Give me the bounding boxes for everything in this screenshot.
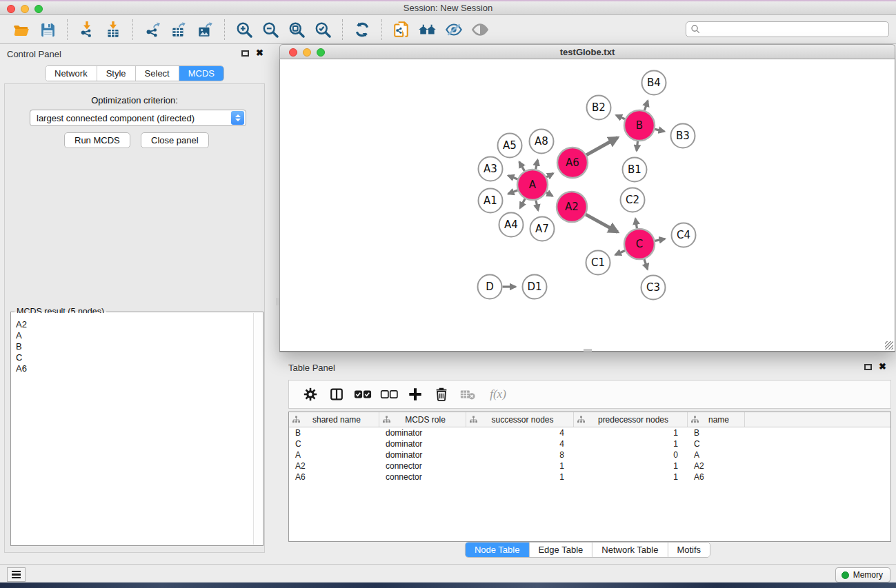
result-scrollbar[interactable] bbox=[253, 313, 262, 545]
zoom-window-button[interactable] bbox=[34, 5, 43, 13]
graph-edge-A-A5[interactable] bbox=[519, 162, 525, 171]
graph-edge-A-A8[interactable] bbox=[536, 160, 538, 170]
tab-network[interactable]: Network bbox=[46, 66, 97, 81]
zoom-network-button[interactable] bbox=[317, 48, 325, 57]
graph-edge-B-B2[interactable] bbox=[616, 115, 625, 119]
graph-edge-C-C4[interactable] bbox=[655, 239, 665, 241]
save-session-button[interactable] bbox=[37, 19, 59, 41]
close-table-panel-icon[interactable]: ✖ bbox=[879, 363, 886, 370]
column-header-MCDS-role[interactable]: MCDS role bbox=[379, 412, 466, 427]
resize-grip[interactable] bbox=[885, 341, 893, 349]
graph-node-B3[interactable]: B3 bbox=[671, 124, 695, 148]
add-column-button[interactable] bbox=[404, 384, 427, 405]
table-row[interactable]: Bdominator41B bbox=[289, 427, 890, 438]
criterion-dropdown[interactable]: largest connected component (directed) bbox=[30, 110, 246, 126]
graph-edge-A6-B[interactable] bbox=[586, 138, 617, 155]
graph-node-D1[interactable]: D1 bbox=[523, 275, 547, 299]
column-header-successor-nodes[interactable]: successor nodes bbox=[466, 412, 574, 427]
duplicate-network-button[interactable] bbox=[390, 19, 412, 41]
graph-node-A6[interactable]: A6 bbox=[557, 148, 588, 178]
column-header-name[interactable]: name bbox=[688, 412, 745, 427]
graph-node-C4[interactable]: C4 bbox=[672, 223, 696, 247]
graph-node-D[interactable]: D bbox=[478, 275, 502, 299]
task-history-button[interactable] bbox=[7, 567, 26, 582]
tab-mcds[interactable]: MCDS bbox=[179, 66, 223, 81]
graph-edge-B-B3[interactable] bbox=[655, 129, 664, 131]
open-session-button[interactable] bbox=[10, 19, 32, 41]
minimize-network-button[interactable] bbox=[303, 48, 311, 57]
graph-edge-B-B1[interactable] bbox=[637, 141, 638, 151]
graph-node-A8[interactable]: A8 bbox=[530, 130, 554, 154]
graph-node-A5[interactable]: A5 bbox=[498, 134, 522, 158]
graph-node-C3[interactable]: C3 bbox=[641, 276, 666, 300]
delete-column-button[interactable] bbox=[430, 384, 453, 405]
close-window-button[interactable] bbox=[7, 5, 15, 13]
tab-edge-table[interactable]: Edge Table bbox=[529, 543, 593, 557]
network-canvas[interactable]: B4B2BB3B1A5A8A6A3AA1A4A7A2C2C4CC1C3DD1 bbox=[279, 59, 895, 352]
export-network-button[interactable] bbox=[141, 19, 163, 41]
float-panel-icon[interactable] bbox=[241, 50, 249, 57]
graph-edge-C-C2[interactable] bbox=[635, 219, 637, 228]
horizontal-scroll-thumb[interactable] bbox=[584, 349, 592, 352]
graph-node-B2[interactable]: B2 bbox=[587, 96, 611, 120]
table-row[interactable]: Adominator80A bbox=[289, 449, 890, 460]
graph-node-B4[interactable]: B4 bbox=[642, 71, 666, 95]
import-network-button[interactable] bbox=[76, 19, 98, 41]
graph-edge-A-A4[interactable] bbox=[520, 199, 525, 207]
export-image-button[interactable] bbox=[194, 19, 216, 41]
graph-edge-C-C1[interactable] bbox=[615, 250, 625, 254]
graph-node-A2[interactable]: A2 bbox=[557, 192, 587, 222]
gallery-button[interactable] bbox=[417, 19, 439, 41]
network-graph[interactable]: B4B2BB3B1A5A8A6A3AA1A4A7A2C2C4CC1C3DD1 bbox=[280, 59, 895, 351]
graph-node-A3[interactable]: A3 bbox=[479, 157, 503, 181]
graph-edge-B-B4[interactable] bbox=[644, 101, 648, 110]
table-row[interactable]: A6connector11A6 bbox=[289, 472, 890, 483]
table-row[interactable]: Cdominator41C bbox=[289, 438, 890, 449]
export-table-button[interactable] bbox=[168, 19, 190, 41]
zoom-fit-button[interactable] bbox=[286, 19, 308, 41]
search-field[interactable] bbox=[686, 21, 889, 37]
graph-node-C2[interactable]: C2 bbox=[621, 188, 645, 212]
tab-node-table[interactable]: Node Table bbox=[466, 543, 530, 557]
graph-node-A1[interactable]: A1 bbox=[479, 189, 503, 213]
close-panel-button[interactable]: Close panel bbox=[141, 132, 209, 148]
import-table-button[interactable] bbox=[102, 19, 124, 41]
result-item[interactable]: A6 bbox=[12, 363, 253, 374]
graph-edge-A-A3[interactable] bbox=[508, 176, 518, 179]
table-settings-button[interactable] bbox=[299, 384, 322, 405]
vertical-scroll-thumb[interactable] bbox=[276, 298, 279, 305]
result-item[interactable]: C bbox=[12, 352, 253, 363]
graph-edge-C-C3[interactable] bbox=[644, 259, 648, 270]
graph-edge-A-A1[interactable] bbox=[508, 190, 518, 194]
column-header-shared-name[interactable]: shared name bbox=[289, 412, 379, 427]
delete-table-button[interactable] bbox=[456, 384, 479, 405]
search-input[interactable] bbox=[701, 23, 888, 36]
function-builder-button[interactable]: f(x) bbox=[482, 384, 514, 405]
show-eye-button[interactable] bbox=[469, 19, 491, 41]
graph-edge-A-A7[interactable] bbox=[536, 200, 538, 210]
table-row[interactable]: A2connector11A2 bbox=[289, 460, 890, 472]
minimize-window-button[interactable] bbox=[21, 5, 29, 13]
graph-node-C[interactable]: C bbox=[624, 229, 655, 259]
graph-edge-A-A2[interactable] bbox=[546, 192, 552, 196]
tab-network-table[interactable]: Network Table bbox=[593, 543, 668, 557]
column-header-predecessor-nodes[interactable]: predecessor nodes bbox=[574, 412, 688, 427]
deselect-all-button[interactable] bbox=[377, 384, 401, 405]
result-item[interactable]: A2 bbox=[12, 319, 253, 330]
hide-panels-button[interactable] bbox=[443, 19, 465, 41]
run-mcds-button[interactable]: Run MCDS bbox=[64, 132, 130, 148]
graph-edge-A-A6[interactable] bbox=[546, 173, 553, 176]
memory-button[interactable]: Memory bbox=[835, 567, 890, 582]
refresh-layout-button[interactable] bbox=[351, 19, 373, 41]
result-item[interactable]: A bbox=[12, 330, 253, 341]
zoom-in-button[interactable] bbox=[233, 19, 255, 41]
close-network-button[interactable] bbox=[289, 48, 297, 57]
graph-node-B[interactable]: B bbox=[624, 110, 655, 141]
close-panel-icon[interactable]: ✖ bbox=[256, 50, 263, 57]
mcds-result-list[interactable]: A2ABCA6 bbox=[12, 313, 253, 545]
zoom-out-button[interactable] bbox=[259, 19, 281, 41]
select-all-button[interactable] bbox=[351, 384, 375, 405]
show-column-button[interactable] bbox=[325, 384, 348, 405]
graph-node-A[interactable]: A bbox=[517, 170, 548, 200]
tab-select[interactable]: Select bbox=[136, 66, 179, 81]
